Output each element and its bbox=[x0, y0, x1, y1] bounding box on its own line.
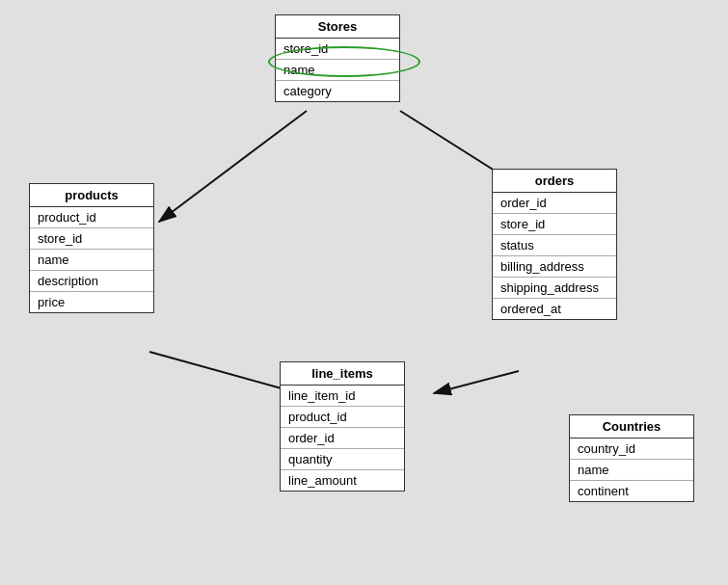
svg-line-2 bbox=[159, 111, 307, 222]
stores-col-store_id: store_id bbox=[276, 39, 399, 60]
stores-col-name: name bbox=[276, 60, 399, 81]
line-items-col-order_id: order_id bbox=[281, 428, 404, 449]
line-items-col-product_id: product_id bbox=[281, 407, 404, 428]
line-items-table: line_items line_item_id product_id order… bbox=[280, 361, 405, 492]
products-col-price: price bbox=[30, 292, 153, 312]
svg-line-5 bbox=[434, 371, 519, 393]
orders-col-ordered_at: ordered_at bbox=[493, 299, 616, 319]
line-items-col-line_amount: line_amount bbox=[281, 470, 404, 491]
countries-col-country_id: country_id bbox=[570, 439, 693, 460]
orders-header: orders bbox=[493, 170, 616, 193]
products-header: products bbox=[30, 184, 153, 207]
line-items-header: line_items bbox=[281, 362, 404, 386]
stores-table: Stores store_id name category bbox=[275, 14, 400, 102]
stores-col-category: category bbox=[276, 81, 399, 101]
svg-line-4 bbox=[149, 352, 299, 393]
countries-header: Countries bbox=[570, 415, 693, 439]
products-col-description: description bbox=[30, 271, 153, 292]
orders-col-billing_address: billing_address bbox=[493, 256, 616, 278]
countries-col-name: name bbox=[570, 460, 693, 481]
orders-col-shipping_address: shipping_address bbox=[493, 278, 616, 299]
orders-col-order_id: order_id bbox=[493, 193, 616, 214]
stores-header: Stores bbox=[276, 15, 399, 39]
orders-col-status: status bbox=[493, 235, 616, 256]
line-items-col-line_item_id: line_item_id bbox=[281, 386, 404, 407]
line-items-col-quantity: quantity bbox=[281, 449, 404, 470]
orders-col-store_id: store_id bbox=[493, 214, 616, 235]
products-col-name: name bbox=[30, 250, 153, 271]
countries-col-continent: continent bbox=[570, 481, 693, 501]
products-col-store_id: store_id bbox=[30, 228, 153, 250]
countries-table: Countries country_id name continent bbox=[569, 414, 694, 502]
products-table: products product_id store_id name descri… bbox=[29, 183, 154, 313]
orders-table: orders order_id store_id status billing_… bbox=[492, 169, 617, 320]
products-col-product_id: product_id bbox=[30, 207, 153, 228]
